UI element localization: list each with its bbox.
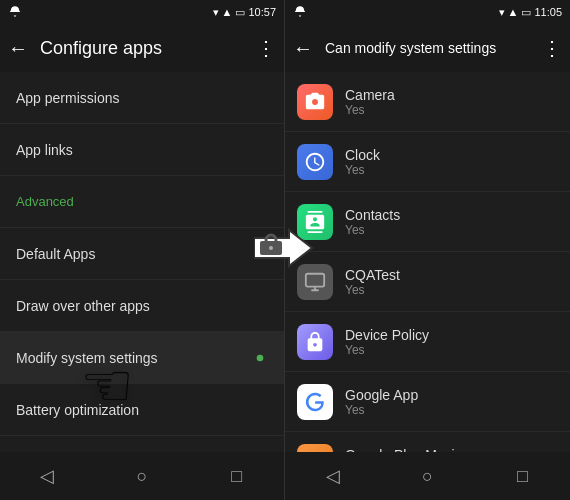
left-battery-icon: ▭ bbox=[235, 6, 245, 19]
left-time: 10:57 bbox=[248, 6, 276, 18]
clock-app-icon bbox=[297, 144, 333, 180]
app-item-cqatest[interactable]: CQATest Yes bbox=[285, 252, 570, 312]
cqatest-app-status: Yes bbox=[345, 283, 400, 297]
contacts-app-info: Contacts Yes bbox=[345, 207, 400, 237]
menu-item-modify-system[interactable]: Modify system settings bbox=[0, 332, 284, 384]
contacts-app-icon bbox=[297, 204, 333, 240]
googleapp-app-status: Yes bbox=[345, 403, 418, 417]
modify-system-indicator-icon bbox=[252, 350, 268, 366]
right-battery-icon: ▭ bbox=[521, 6, 531, 19]
right-toolbar: ← Can modify system settings ⋮ bbox=[285, 24, 570, 72]
app-item-googleapp[interactable]: Google App Yes bbox=[285, 372, 570, 432]
right-toolbar-title: Can modify system settings bbox=[325, 40, 530, 56]
menu-item-modify-system-label: Modify system settings bbox=[16, 350, 158, 366]
right-status-bar: ▾ ▲ ▭ 11:05 bbox=[285, 0, 570, 24]
right-nav-bar: ◁ ○ □ bbox=[285, 452, 570, 500]
app-list: Camera Yes Clock Yes Contacts Yes bbox=[285, 72, 570, 452]
menu-item-battery-opt-label: Battery optimization bbox=[16, 402, 139, 418]
googleapp-app-info: Google App Yes bbox=[345, 387, 418, 417]
menu-item-battery-opt[interactable]: Battery optimization bbox=[0, 384, 284, 436]
menu-item-app-permissions[interactable]: App permissions bbox=[0, 72, 284, 124]
devicepolicy-app-status: Yes bbox=[345, 343, 429, 357]
devicepolicy-app-name: Device Policy bbox=[345, 327, 429, 343]
right-nav-recents[interactable]: □ bbox=[503, 456, 543, 496]
app-item-gpmusic[interactable]: Google Play Music Yes bbox=[285, 432, 570, 452]
left-nav-recents[interactable]: □ bbox=[217, 456, 257, 496]
left-nav-back[interactable]: ◁ bbox=[27, 456, 67, 496]
left-signal-icon: ▲ bbox=[222, 6, 233, 18]
left-wifi-icon: ▾ bbox=[213, 6, 219, 19]
left-status-right: ▾ ▲ ▭ 10:57 bbox=[213, 6, 276, 19]
right-status-right: ▾ ▲ ▭ 11:05 bbox=[499, 6, 562, 19]
menu-item-draw-over-label: Draw over other apps bbox=[16, 298, 150, 314]
menu-item-default-apps[interactable]: Default Apps bbox=[0, 228, 284, 280]
left-status-left bbox=[8, 5, 22, 19]
cqatest-app-info: CQATest Yes bbox=[345, 267, 400, 297]
right-signal-icon: ▲ bbox=[508, 6, 519, 18]
menu-item-app-links[interactable]: App links bbox=[0, 124, 284, 176]
left-toolbar: ← Configure apps ⋮ bbox=[0, 24, 284, 72]
googleapp-app-name: Google App bbox=[345, 387, 418, 403]
app-item-camera[interactable]: Camera Yes bbox=[285, 72, 570, 132]
app-item-clock[interactable]: Clock Yes bbox=[285, 132, 570, 192]
menu-item-app-permissions-label: App permissions bbox=[16, 90, 120, 106]
cqatest-app-name: CQATest bbox=[345, 267, 400, 283]
notification-icon bbox=[8, 5, 22, 19]
cqatest-app-icon bbox=[297, 264, 333, 300]
camera-app-name: Camera bbox=[345, 87, 395, 103]
right-panel: ▾ ▲ ▭ 11:05 ← Can modify system settings… bbox=[285, 0, 570, 500]
clock-app-info: Clock Yes bbox=[345, 147, 380, 177]
menu-item-default-apps-label: Default Apps bbox=[16, 246, 95, 262]
left-nav-bar: ◁ ○ □ bbox=[0, 452, 284, 500]
menu-item-modify-system-row: Modify system settings bbox=[16, 350, 268, 366]
contacts-app-status: Yes bbox=[345, 223, 400, 237]
svg-rect-7 bbox=[306, 273, 324, 286]
right-more-button[interactable]: ⋮ bbox=[542, 36, 562, 60]
right-time: 11:05 bbox=[534, 6, 562, 18]
left-nav-home[interactable]: ○ bbox=[122, 456, 162, 496]
clock-app-status: Yes bbox=[345, 163, 380, 177]
svg-point-1 bbox=[257, 354, 264, 361]
menu-item-advanced: Advanced bbox=[0, 176, 284, 228]
menu-item-app-links-label: App links bbox=[16, 142, 73, 158]
left-menu-list: App permissions App links Advanced Defau… bbox=[0, 72, 284, 452]
right-wifi-icon: ▾ bbox=[499, 6, 505, 19]
right-nav-back[interactable]: ◁ bbox=[313, 456, 353, 496]
left-status-bar: ▾ ▲ ▭ 10:57 bbox=[0, 0, 284, 24]
right-nav-home[interactable]: ○ bbox=[408, 456, 448, 496]
right-back-button[interactable]: ← bbox=[293, 37, 313, 60]
right-status-left bbox=[293, 5, 307, 19]
left-more-button[interactable]: ⋮ bbox=[256, 36, 276, 60]
devicepolicy-app-icon bbox=[297, 324, 333, 360]
contacts-app-name: Contacts bbox=[345, 207, 400, 223]
gpmusic-app-icon bbox=[297, 444, 333, 453]
devicepolicy-app-info: Device Policy Yes bbox=[345, 327, 429, 357]
right-notification-icon bbox=[293, 5, 307, 19]
googleapp-app-icon bbox=[297, 384, 333, 420]
clock-app-name: Clock bbox=[345, 147, 380, 163]
camera-app-info: Camera Yes bbox=[345, 87, 395, 117]
menu-item-draw-over[interactable]: Draw over other apps bbox=[0, 280, 284, 332]
left-back-button[interactable]: ← bbox=[8, 37, 28, 60]
left-toolbar-title: Configure apps bbox=[40, 38, 244, 59]
menu-item-advanced-label: Advanced bbox=[16, 194, 74, 209]
camera-app-status: Yes bbox=[345, 103, 395, 117]
left-panel: ▾ ▲ ▭ 10:57 ← Configure apps ⋮ App permi… bbox=[0, 0, 285, 500]
app-item-devicepolicy[interactable]: Device Policy Yes bbox=[285, 312, 570, 372]
app-item-contacts[interactable]: Contacts Yes bbox=[285, 192, 570, 252]
camera-app-icon bbox=[297, 84, 333, 120]
